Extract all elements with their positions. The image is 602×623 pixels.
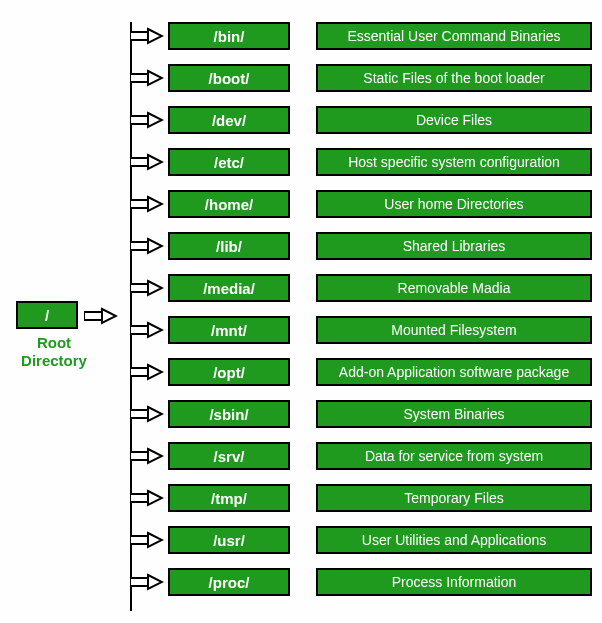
svg-rect-12 (130, 242, 148, 250)
diagram-container: / Root Directory /bin/Essential User Com… (0, 0, 602, 623)
description-text: Removable Madia (398, 280, 511, 296)
arrow-icon (130, 195, 164, 213)
directory-row: /opt/Add-on Application software package (130, 358, 592, 386)
svg-rect-10 (130, 200, 148, 208)
svg-rect-4 (130, 74, 148, 82)
directory-box: /bin/ (168, 22, 290, 50)
directory-name: /mnt/ (211, 322, 247, 339)
directory-name: /dev/ (212, 112, 246, 129)
description-box: Data for service from system (316, 442, 592, 470)
directory-row: /sbin/System Binaries (130, 400, 592, 428)
description-box: Host specific system configuration (316, 148, 592, 176)
directory-row: /home/User home Directories (130, 190, 592, 218)
description-box: User Utilities and Applications (316, 526, 592, 554)
svg-marker-11 (148, 197, 162, 211)
svg-marker-19 (148, 365, 162, 379)
arrow-icon (130, 573, 164, 591)
description-text: Host specific system configuration (348, 154, 560, 170)
svg-marker-1 (102, 309, 116, 323)
description-text: Mounted Filesystem (391, 322, 516, 338)
description-box: Device Files (316, 106, 592, 134)
arrow-icon (130, 531, 164, 549)
directory-name: /bin/ (214, 28, 245, 45)
svg-marker-17 (148, 323, 162, 337)
directory-row: /proc/Process Information (130, 568, 592, 596)
directory-row: /boot/Static Files of the boot loader (130, 64, 592, 92)
arrow-icon (130, 279, 164, 297)
description-box: Essential User Command Binaries (316, 22, 592, 50)
description-text: Data for service from system (365, 448, 543, 464)
root-symbol: / (45, 307, 49, 324)
description-text: Process Information (392, 574, 517, 590)
directory-box: /lib/ (168, 232, 290, 260)
svg-marker-3 (148, 29, 162, 43)
svg-rect-6 (130, 116, 148, 124)
directory-row: /dev/Device Files (130, 106, 592, 134)
directory-row: /tmp/Temporary Files (130, 484, 592, 512)
arrow-icon (130, 363, 164, 381)
svg-rect-16 (130, 326, 148, 334)
directory-box: /media/ (168, 274, 290, 302)
svg-marker-23 (148, 449, 162, 463)
arrow-icon (84, 307, 118, 325)
root-label: Root Directory (16, 334, 92, 370)
directory-box: /home/ (168, 190, 290, 218)
directory-box: /sbin/ (168, 400, 290, 428)
svg-marker-25 (148, 491, 162, 505)
arrow-icon (130, 321, 164, 339)
description-text: Device Files (416, 112, 492, 128)
directory-name: /proc/ (209, 574, 250, 591)
directory-row: /srv/Data for service from system (130, 442, 592, 470)
directory-box: /dev/ (168, 106, 290, 134)
directory-name: /opt/ (213, 364, 245, 381)
directory-name: /lib/ (216, 238, 242, 255)
directory-name: /boot/ (209, 70, 250, 87)
arrow-icon (130, 111, 164, 129)
directory-name: /srv/ (214, 448, 245, 465)
description-text: Temporary Files (404, 490, 504, 506)
directory-box: /boot/ (168, 64, 290, 92)
description-box: Removable Madia (316, 274, 592, 302)
description-box: User home Directories (316, 190, 592, 218)
arrow-icon (130, 447, 164, 465)
description-text: System Binaries (403, 406, 504, 422)
directory-row: /mnt/Mounted Filesystem (130, 316, 592, 344)
description-box: Shared Libraries (316, 232, 592, 260)
directory-name: /tmp/ (211, 490, 247, 507)
svg-marker-13 (148, 239, 162, 253)
svg-marker-29 (148, 575, 162, 589)
directory-box: /usr/ (168, 526, 290, 554)
description-box: Mounted Filesystem (316, 316, 592, 344)
svg-rect-20 (130, 410, 148, 418)
directory-box: /tmp/ (168, 484, 290, 512)
description-box: System Binaries (316, 400, 592, 428)
svg-rect-0 (84, 312, 102, 320)
description-text: User Utilities and Applications (362, 532, 546, 548)
svg-marker-21 (148, 407, 162, 421)
directory-box: /opt/ (168, 358, 290, 386)
svg-marker-5 (148, 71, 162, 85)
description-text: User home Directories (384, 196, 523, 212)
description-text: Shared Libraries (403, 238, 506, 254)
directory-row: /etc/Host specific system configuration (130, 148, 592, 176)
directory-name: /home/ (205, 196, 253, 213)
svg-rect-8 (130, 158, 148, 166)
directory-box: /srv/ (168, 442, 290, 470)
directory-row: /lib/Shared Libraries (130, 232, 592, 260)
description-box: Add-on Application software package (316, 358, 592, 386)
description-box: Static Files of the boot loader (316, 64, 592, 92)
directory-name: /sbin/ (209, 406, 248, 423)
svg-marker-9 (148, 155, 162, 169)
svg-rect-24 (130, 494, 148, 502)
directory-box: /mnt/ (168, 316, 290, 344)
arrow-icon (130, 27, 164, 45)
svg-rect-22 (130, 452, 148, 460)
arrow-icon (130, 489, 164, 507)
directory-row: /bin/Essential User Command Binaries (130, 22, 592, 50)
svg-marker-27 (148, 533, 162, 547)
arrow-icon (130, 153, 164, 171)
directory-name: /media/ (203, 280, 255, 297)
arrow-icon (130, 405, 164, 423)
description-text: Static Files of the boot loader (363, 70, 544, 86)
description-box: Process Information (316, 568, 592, 596)
